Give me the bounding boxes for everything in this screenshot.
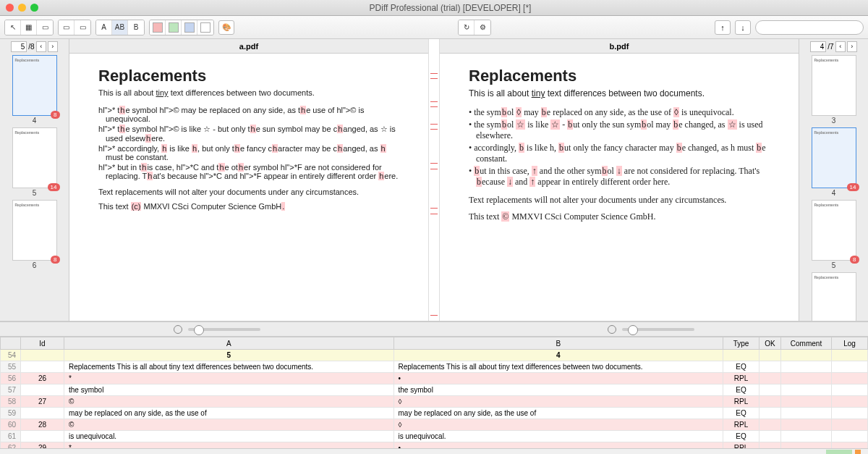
doc-line: • the symbol ◊ may be replaced on any si…: [469, 107, 770, 118]
thumb-badge: 8: [51, 256, 59, 264]
doc-a-intro: This is all about tiny text differences …: [98, 88, 399, 97]
zoom-a-slider[interactable]: [188, 328, 260, 331]
doc-a-body[interactable]: Replacements This is all about tiny text…: [69, 54, 428, 321]
table-row[interactable]: 55Replacements This is all about tiny te…: [1, 361, 868, 373]
table-row[interactable]: 5626*•RPL: [1, 373, 868, 384]
window-title: PDiff Professional (trial) [DEVELOPER] […: [38, 3, 862, 13]
titlebar: PDiff Professional (trial) [DEVELOPER] […: [0, 0, 868, 16]
doc-b-note: Text replacements will not alter your do…: [469, 195, 770, 206]
cursor-tool[interactable]: ↖: [5, 20, 21, 35]
right-page-total: /7: [827, 43, 833, 51]
color-none[interactable]: [197, 20, 213, 35]
close-icon[interactable]: [6, 4, 14, 12]
right-thumbnail-panel: /7 ‹ › Replacements3Replacements144Repla…: [799, 39, 868, 321]
table-row[interactable]: 57the symbolthe symbolEQ: [1, 384, 868, 396]
left-thumbnail-panel: /8 ‹ › Replacements84Replacements145Repl…: [0, 39, 69, 321]
doc-a-pane: a.pdf Replacements This is all about tin…: [69, 39, 428, 321]
thumb-label: 4: [12, 117, 57, 125]
zoom-b-icon[interactable]: [608, 325, 616, 334]
thumbnail[interactable]: Replacements8: [812, 200, 856, 261]
next-rect-tool[interactable]: ▭: [75, 20, 90, 35]
doc-b-title: Replacements: [469, 67, 770, 85]
doc-b-foot: This text © MMXVI CSci Computer Science …: [469, 211, 770, 222]
thumbnail[interactable]: Replacements: [812, 55, 856, 116]
table-row[interactable]: 5827©◊RPL: [1, 396, 868, 408]
col-type[interactable]: Type: [723, 337, 760, 350]
right-next[interactable]: ›: [847, 41, 857, 52]
table-row[interactable]: 6229*•RPL: [1, 442, 868, 449]
thumb-badge: 14: [48, 183, 60, 191]
thumb-badge: 14: [847, 183, 859, 191]
thumb-badge: 8: [850, 256, 859, 264]
color-blue[interactable]: [182, 20, 197, 35]
zoom-icon[interactable]: [30, 4, 38, 12]
table-row[interactable]: 61is unequivocal.is unequivocal.EQ: [1, 431, 868, 442]
zoom-bar: [0, 321, 868, 336]
col-id[interactable]: Id: [21, 337, 64, 350]
doc-line: hl">* accordingly, h is like h, but only…: [98, 144, 399, 161]
palette-tool[interactable]: 🎨: [218, 20, 234, 35]
doc-line: hl">* but in this case, hl">*C and the o…: [98, 163, 399, 180]
col-rownum: [1, 337, 21, 350]
right-thumb-list: Replacements3Replacements144Replacements…: [799, 54, 868, 321]
left-page-input[interactable]: [11, 41, 27, 52]
color-green[interactable]: [166, 20, 182, 35]
status-bar: [0, 448, 868, 454]
col-log[interactable]: Log: [832, 337, 868, 350]
refresh-button[interactable]: ↻: [459, 20, 475, 35]
mode-a-button[interactable]: A: [96, 20, 112, 35]
thumb-badge: 8: [51, 111, 59, 119]
right-pager: /7 ‹ ›: [799, 39, 868, 54]
col-a[interactable]: A: [64, 337, 394, 350]
window-controls: [6, 4, 38, 12]
left-page-total: /8: [28, 43, 34, 51]
table-row[interactable]: 5454: [1, 350, 868, 361]
thumbnail[interactable]: Replacements14: [12, 127, 57, 188]
right-page-input[interactable]: [810, 41, 826, 52]
zoom-b-slider[interactable]: [622, 328, 694, 331]
left-prev[interactable]: ‹: [36, 41, 46, 52]
nav-up[interactable]: ↑: [715, 20, 731, 35]
rect-tool[interactable]: ▭: [37, 20, 53, 35]
mode-ab-button[interactable]: AB: [112, 20, 128, 35]
thumbnail[interactable]: Replacements8: [12, 200, 57, 261]
zoom-a-icon[interactable]: [174, 325, 182, 334]
diff-table: Id A B Type OK Comment Log 545455Replace…: [0, 336, 868, 448]
compare-area: /8 ‹ › Replacements84Replacements145Repl…: [0, 39, 868, 321]
status-green: [826, 450, 852, 454]
thumb-label: 3: [812, 117, 856, 125]
prev-rect-tool[interactable]: ▭: [59, 20, 75, 35]
doc-a-title: Replacements: [98, 67, 399, 85]
doc-b-intro: This is all about tiny text differences …: [469, 88, 770, 98]
left-pager: /8 ‹ ›: [0, 39, 69, 54]
right-prev[interactable]: ‹: [835, 41, 846, 52]
thumbnail[interactable]: Replacements8: [12, 55, 57, 116]
doc-a-foot: This text (c) MMXVI CSci Computer Scienc…: [98, 202, 399, 211]
mode-b-button[interactable]: B: [128, 20, 144, 35]
minimize-icon[interactable]: [18, 4, 26, 12]
table-row[interactable]: 59may be replaced on any side, as the us…: [1, 408, 868, 419]
doc-b-body[interactable]: Replacements This is all about tiny text…: [440, 54, 799, 321]
col-b[interactable]: B: [393, 337, 723, 350]
nav-down[interactable]: ↓: [735, 20, 751, 35]
doc-line: hl">* the symbol hl">© is like ☆ - but o…: [98, 125, 399, 143]
doc-b-header: b.pdf: [440, 39, 799, 54]
search-input[interactable]: [755, 20, 864, 35]
col-ok[interactable]: OK: [760, 337, 781, 350]
col-comment[interactable]: Comment: [781, 337, 832, 350]
status-orange: [855, 450, 861, 454]
doc-line: hl">* the symbol hl">© may be replaced o…: [98, 106, 399, 123]
gear-icon[interactable]: ⚙: [475, 20, 490, 35]
thumb-label: 6: [12, 261, 57, 269]
doc-line: • the symbol ☆ is like ☆ - but only the …: [469, 119, 770, 141]
doc-line: • accordingly, b is like h, but only the…: [469, 143, 770, 164]
thumbnail[interactable]: Replacements14: [812, 127, 856, 188]
thumb-label: 5: [812, 261, 856, 269]
color-red[interactable]: [150, 20, 166, 35]
doc-line: • but in this case, ↑ and the other symb…: [469, 166, 770, 188]
thumbnail[interactable]: Replacements: [812, 272, 856, 321]
grid-tool[interactable]: ▦: [21, 20, 37, 35]
diff-ruler[interactable]: [428, 39, 440, 321]
table-row[interactable]: 6028©◊RPL: [1, 419, 868, 431]
left-next[interactable]: ›: [48, 41, 58, 52]
